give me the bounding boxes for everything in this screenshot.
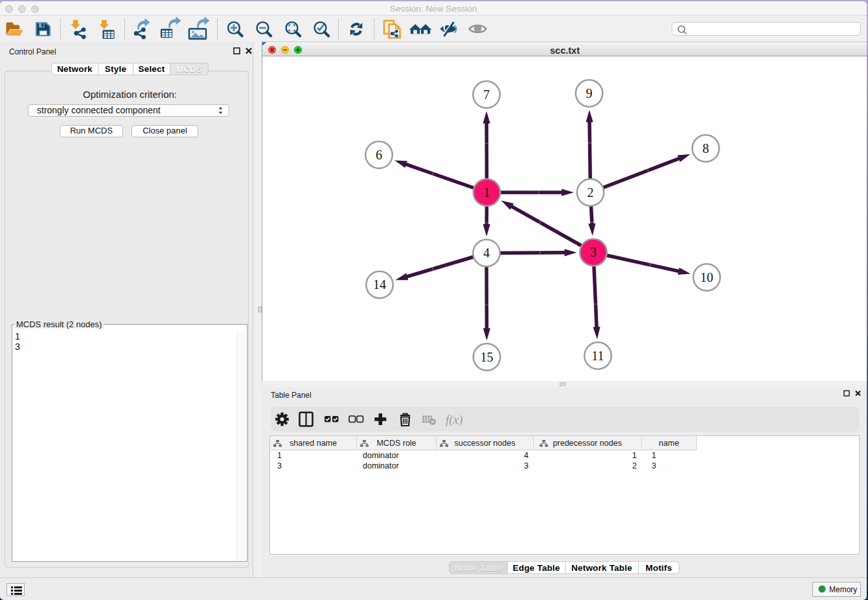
svg-text:4: 4 [483,246,490,260]
svg-text:15: 15 [481,350,494,364]
svg-text:f(x): f(x) [446,413,463,427]
svg-text:3: 3 [590,245,597,259]
svg-text:1: 1 [484,185,490,200]
svg-text:8: 8 [703,141,709,156]
svg-text:11: 11 [591,349,604,363]
svg-text:2: 2 [588,185,594,200]
svg-text:9: 9 [586,86,593,100]
svg-text:10: 10 [700,270,713,284]
svg-text:7: 7 [483,87,490,102]
svg-text:14: 14 [373,277,386,292]
svg-text:6: 6 [376,148,382,162]
